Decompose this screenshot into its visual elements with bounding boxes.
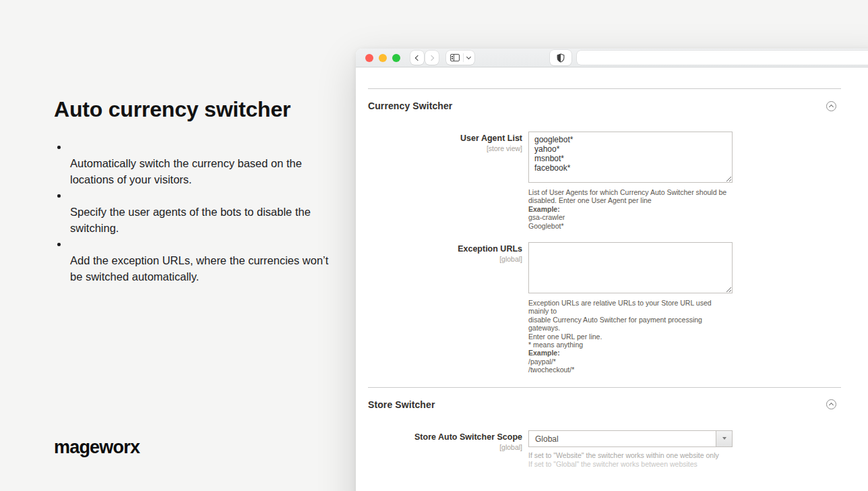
example-label: Example: (528, 349, 731, 357)
mageworx-logo: mageworx (54, 437, 140, 458)
section-title: Store Switcher (368, 399, 435, 410)
page-title: Auto currency switcher (54, 96, 290, 122)
list-item: Automatically switch the currency based … (55, 139, 338, 187)
section-currency-switcher: Currency Switcher User Agent List [store… (368, 88, 841, 387)
store-scope-select[interactable]: Global (528, 430, 733, 447)
field-help-text: If set to "Website" the switcher works w… (528, 451, 731, 460)
window-controls (365, 54, 400, 62)
minimize-icon[interactable] (379, 54, 387, 62)
field-col: Global If set to "Website" the switcher … (528, 430, 733, 469)
bullet-icon (57, 243, 61, 246)
forward-button[interactable] (425, 51, 439, 65)
feature-text: Specify the user agents of the bots to d… (70, 206, 311, 234)
field-scope-hint: [store view] (368, 144, 522, 152)
chevron-down-icon (466, 55, 471, 59)
field-label: User Agent List (368, 134, 522, 143)
feature-list: Automatically switch the currency based … (55, 139, 338, 285)
privacy-shield-button[interactable] (550, 50, 571, 65)
exception-urls-textarea[interactable] (528, 242, 733, 293)
example-label: Example: (528, 205, 731, 213)
nav-buttons (410, 51, 439, 65)
list-item: Specify the user agents of the bots to d… (55, 187, 338, 236)
section-header: Currency Switcher (368, 89, 841, 111)
field-row-user-agent-list: User Agent List [store view] googlebot* … (368, 132, 841, 230)
select-selected-value: Global (529, 431, 716, 446)
section-header: Store Switcher (368, 388, 841, 410)
sidebar-icon (450, 54, 460, 61)
field-label: Store Auto Switcher Scope (368, 433, 522, 442)
browser-toolbar (356, 49, 868, 67)
browser-window: Currency Switcher User Agent List [store… (356, 49, 868, 491)
bullet-icon (57, 146, 61, 149)
shield-icon (557, 53, 565, 63)
settings-page: Currency Switcher User Agent List [store… (356, 67, 841, 469)
chevron-up-icon (829, 403, 834, 407)
list-item: Add the exception URLs, where the curren… (55, 236, 338, 285)
field-label-col: Exception URLs [global] (368, 242, 528, 374)
example-values: /paypal/* /twocheckout/* (528, 357, 731, 374)
field-help-text: If set to "Global" the switcher works be… (528, 460, 731, 469)
bullet-icon (57, 194, 61, 198)
section-title: Currency Switcher (368, 100, 452, 111)
field-label: Exception URLs (368, 245, 522, 254)
collapse-section-button[interactable] (826, 101, 836, 111)
user-agent-list-textarea[interactable]: googlebot* yahoo* msnbot* facebook* (528, 132, 733, 183)
field-scope-hint: [global] (368, 443, 522, 451)
field-row-store-auto-switcher-scope: Store Auto Switcher Scope [global] Globa… (368, 430, 841, 469)
chevron-down-icon (722, 437, 726, 440)
feature-text: Add the exception URLs, where the curren… (70, 254, 328, 283)
feature-text: Automatically switch the currency based … (70, 157, 302, 185)
field-col: googlebot* yahoo* msnbot* facebook* List… (528, 132, 733, 230)
close-icon[interactable] (365, 54, 373, 62)
chevron-up-icon (829, 104, 834, 109)
field-help-text: List of User Agents for which Currency A… (528, 188, 731, 205)
forward-icon (429, 55, 434, 60)
field-label-col: User Agent List [store view] (368, 132, 528, 230)
example-values: gsa-crawler Googlebot* (528, 213, 731, 230)
select-arrow-button[interactable] (716, 431, 732, 446)
address-bar[interactable] (577, 51, 868, 65)
field-scope-hint: [global] (368, 255, 522, 263)
sidebar-toggle-button[interactable] (446, 51, 474, 65)
field-label-col: Store Auto Switcher Scope [global] (368, 430, 528, 469)
field-row-exception-urls: Exception URLs [global] Exception URLs a… (368, 242, 841, 374)
zoom-icon[interactable] (392, 54, 400, 62)
field-col: Exception URLs are relative URLs to your… (528, 242, 733, 374)
back-icon (415, 55, 421, 60)
divider (463, 53, 464, 62)
section-store-switcher: Store Switcher Store Auto Switcher Scope… (368, 387, 841, 469)
collapse-section-button[interactable] (826, 399, 836, 409)
field-help-text: Exception URLs are relative URLs to your… (528, 299, 731, 349)
back-button[interactable] (410, 51, 424, 65)
